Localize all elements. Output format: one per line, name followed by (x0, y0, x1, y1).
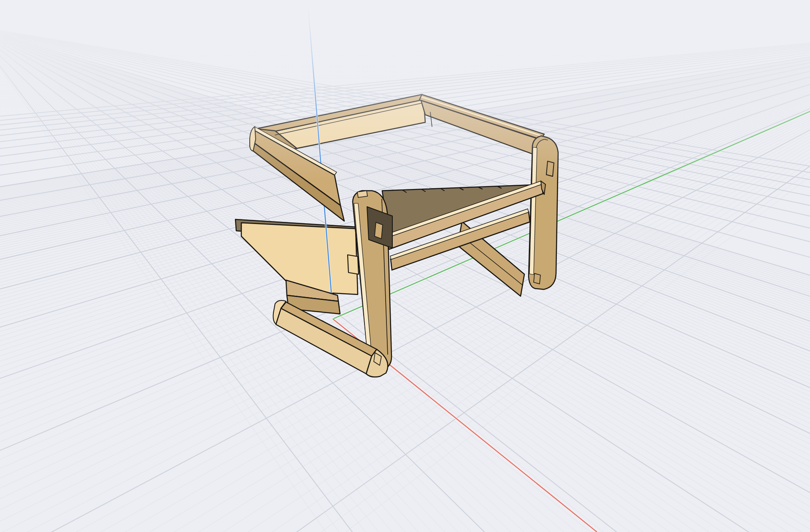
side-panel-tab[interactable] (348, 255, 359, 274)
cad-viewport-canvas[interactable] (0, 0, 810, 532)
scene-svg (0, 0, 810, 532)
post-d-top-tenon[interactable] (357, 191, 367, 197)
gap-through-tenon[interactable] (375, 222, 383, 239)
